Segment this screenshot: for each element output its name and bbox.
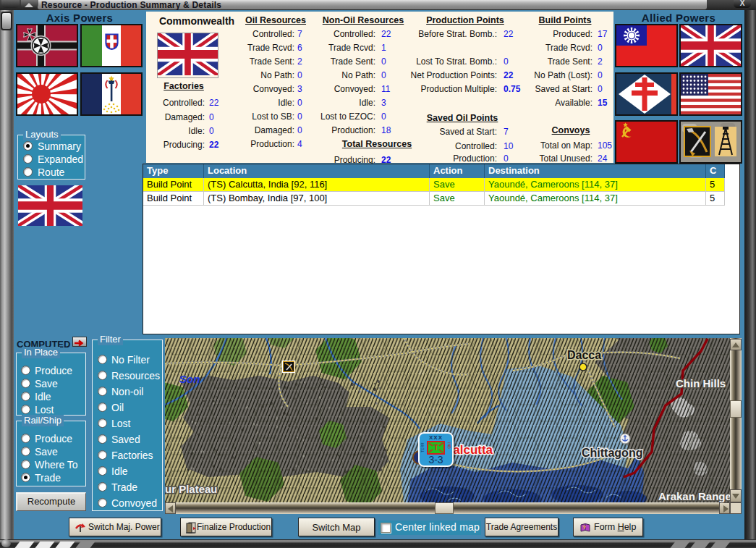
svg-text:?: ? [582,524,586,531]
svg-text:Dacca: Dacca [567,349,601,361]
svg-text:Chittagong: Chittagong [582,447,642,459]
svg-text:Chin Hills: Chin Hills [676,377,726,389]
svg-text:Arakan Range: Arakan Range [658,490,730,502]
svg-text:ur Plateau: ur Plateau [165,483,218,495]
svg-text:Son: Son [179,373,200,385]
